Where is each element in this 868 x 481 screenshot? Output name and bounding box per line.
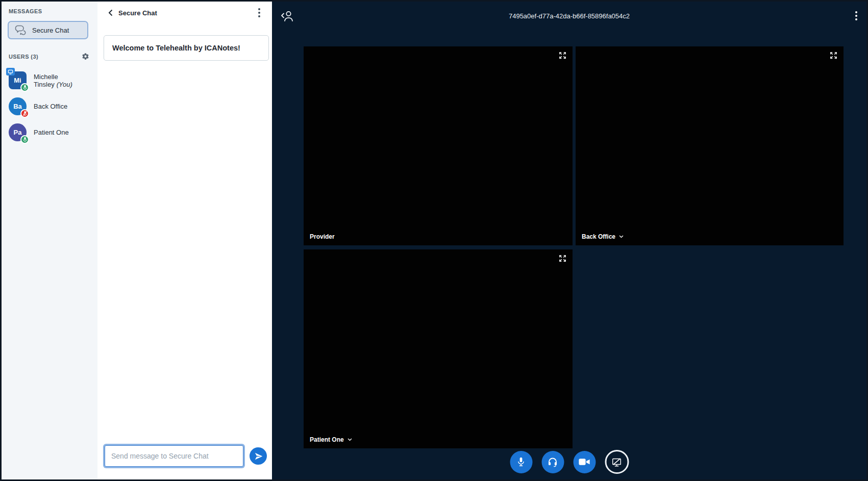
expand-icon — [558, 51, 567, 60]
user-back-icon — [280, 9, 295, 22]
send-message-button[interactable] — [250, 447, 267, 465]
meeting-id: 7495a0ef-d77a-42da-b66f-85896fa054c2 — [509, 12, 630, 20]
telehealth-app: MESSAGES Secure Chat USERS (3) — [0, 0, 868, 481]
manage-users-button[interactable] — [81, 52, 90, 61]
fullscreen-button[interactable] — [557, 253, 568, 264]
expand-icon — [829, 51, 838, 60]
messages-heading: MESSAGES — [2, 8, 97, 14]
you-label: (You) — [57, 81, 72, 88]
video-camera-icon — [579, 458, 590, 466]
users-heading: USERS (3) — [9, 54, 38, 60]
microphone-icon — [516, 456, 526, 468]
send-icon — [254, 452, 263, 461]
chevron-left-icon — [108, 9, 113, 16]
tile-label-back-office[interactable]: Back Office — [582, 233, 624, 240]
chat-message-area — [97, 61, 272, 445]
video-tile-back-office: Back Office — [576, 46, 844, 245]
fullscreen-button[interactable] — [557, 50, 568, 61]
action-bar — [510, 450, 629, 474]
user-row-michelle-tinsley[interactable]: Mi Michelle Tinsley(You) — [2, 67, 97, 93]
screenshare-button[interactable] — [605, 450, 629, 474]
avatar: Pa — [9, 123, 27, 141]
chat-input-row — [97, 445, 272, 479]
chevron-down-icon — [348, 438, 352, 441]
chat-options-button[interactable] — [256, 6, 262, 19]
user-list: Mi Michelle Tinsley(You) Ba Back Office … — [2, 67, 97, 145]
chat-title: Secure Chat — [118, 9, 157, 17]
user-row-back-office[interactable]: Ba Back Office — [2, 93, 97, 119]
stage-options-button[interactable] — [853, 9, 859, 22]
fullscreen-button[interactable] — [828, 50, 839, 61]
user-row-patient-one[interactable]: Pa Patient One — [2, 119, 97, 145]
sidebar: MESSAGES Secure Chat USERS (3) — [2, 2, 97, 479]
video-grid: Provider Back Office — [304, 46, 844, 448]
screenshare-off-icon — [611, 457, 623, 468]
chat-header: Secure Chat — [97, 2, 272, 24]
user-name: Back Office — [34, 103, 67, 110]
chevron-down-icon — [619, 235, 624, 238]
stage-topbar: 7495a0ef-d77a-42da-b66f-85896fa054c2 — [272, 2, 866, 30]
video-stage: 7495a0ef-d77a-42da-b66f-85896fa054c2 Pro… — [272, 2, 866, 479]
mic-on-badge-icon — [20, 135, 29, 144]
welcome-message: Welcome to Telehealth by ICANotes! — [104, 35, 269, 61]
expand-icon — [558, 254, 567, 263]
chat-panel: Secure Chat Welcome to Telehealth by ICA… — [97, 2, 272, 479]
user-name: Michelle Tinsley(You) — [34, 73, 90, 88]
chat-message-input[interactable] — [105, 445, 243, 467]
mic-muted-badge-icon — [20, 109, 29, 118]
headset-icon — [548, 457, 558, 467]
kebab-menu-icon — [258, 8, 260, 17]
avatar: Ba — [9, 97, 27, 115]
toggle-userlist-button[interactable] — [279, 8, 296, 23]
kebab-menu-icon — [855, 11, 857, 20]
tile-label-provider: Provider — [310, 233, 335, 240]
audio-button[interactable] — [541, 451, 564, 473]
mic-on-badge-icon — [20, 83, 29, 92]
users-header: USERS (3) — [2, 52, 97, 61]
chat-back-button[interactable] — [107, 8, 114, 17]
gear-icon — [82, 53, 89, 60]
video-tile-patient-one: Patient One — [304, 249, 573, 448]
desktop-badge-icon — [6, 68, 15, 75]
sidebar-item-secure-chat[interactable]: Secure Chat — [8, 21, 88, 39]
chat-bubbles-icon — [13, 24, 27, 36]
sidebar-item-label: Secure Chat — [32, 27, 69, 34]
webcam-button[interactable] — [573, 451, 596, 473]
avatar: Mi — [9, 71, 27, 89]
user-name: Patient One — [34, 129, 69, 136]
microphone-button[interactable] — [510, 451, 532, 473]
tile-label-patient-one[interactable]: Patient One — [310, 436, 352, 443]
video-tile-provider: Provider — [304, 46, 573, 245]
